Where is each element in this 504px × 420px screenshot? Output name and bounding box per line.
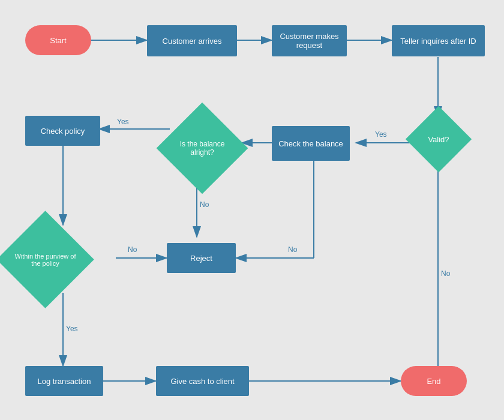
svg-text:No: No [441, 269, 451, 278]
balance-alright-diamond: Is the balance alright? [157, 103, 248, 194]
svg-text:No: No [200, 200, 209, 209]
svg-text:Yes: Yes [117, 118, 129, 126]
teller-inquires-node: Teller inquires after ID [392, 25, 485, 56]
reject-node: Reject [167, 243, 236, 273]
arrows-layer: Yes No Yes No No No Yes [0, 0, 504, 420]
within-purview-diamond: Within the purview of the policy [0, 211, 94, 308]
svg-text:Yes: Yes [66, 325, 78, 333]
end-node: End [401, 366, 467, 396]
flowchart-diagram: Yes No Yes No No No Yes Start Cu [0, 0, 504, 420]
customer-arrives-node: Customer arrives [147, 25, 237, 56]
check-policy-node: Check policy [25, 116, 100, 146]
log-transaction-node: Log transaction [25, 366, 103, 396]
valid-diamond: Valid? [406, 106, 472, 172]
check-balance-node: Check the balance [272, 126, 350, 161]
svg-text:Yes: Yes [375, 130, 387, 139]
customer-request-node: Customer makes request [272, 25, 347, 56]
start-node: Start [25, 25, 91, 55]
svg-text:No: No [288, 245, 298, 254]
give-cash-node: Give cash to client [156, 366, 249, 396]
svg-text:No: No [128, 245, 137, 254]
